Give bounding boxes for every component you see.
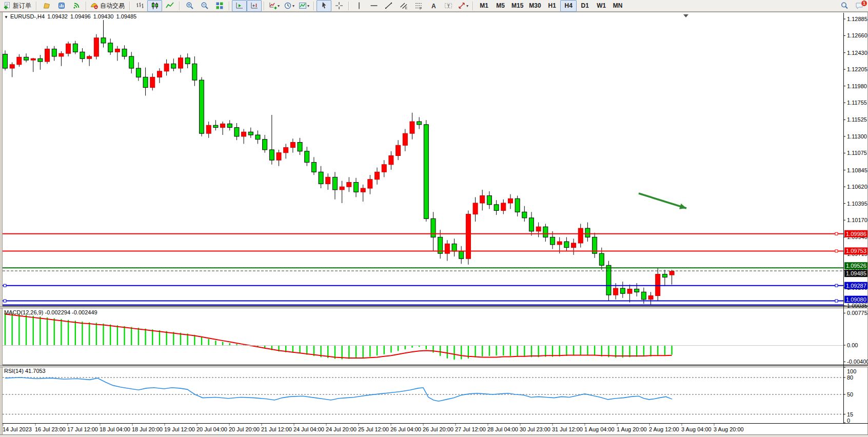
- tile-windows-button[interactable]: [212, 0, 227, 12]
- price-line-label[interactable]: 1.09485: [844, 270, 867, 277]
- svg-text:1.10620: 1.10620: [847, 184, 867, 190]
- market-depth-button[interactable]: [54, 0, 69, 12]
- channel-icon: E: [400, 2, 408, 10]
- svg-text:1.09287: 1.09287: [846, 283, 866, 289]
- price-line-label[interactable]: 1.09080: [844, 296, 867, 303]
- new-order-button[interactable]: 新订单: [2, 0, 34, 12]
- candlesticks: [3, 20, 675, 305]
- macd-indicator-label: MACD(12,26,9) -0.002294 -0.002449: [4, 309, 97, 315]
- svg-text:1.12885: 1.12885: [847, 16, 867, 22]
- date-label: 1 Aug 04:00: [584, 426, 615, 432]
- crosshair-button[interactable]: [331, 0, 346, 12]
- chart-shift-marker-icon[interactable]: [683, 14, 688, 17]
- vertical-line-button[interactable]: [351, 0, 366, 12]
- indicators-button[interactable]: ▾: [267, 0, 282, 12]
- toolbar-separator: [313, 2, 314, 10]
- svg-text:1.09035: 1.09035: [847, 303, 867, 309]
- date-label: 28 Jul 04:00: [487, 426, 518, 432]
- timeframe-w1-label: W1: [597, 2, 606, 9]
- date-label: 27 Jul 12:00: [455, 426, 486, 432]
- label-icon: T: [444, 2, 452, 10]
- candlestick-chart-button[interactable]: [147, 0, 162, 12]
- auto-trading-button-label: 自动交易: [100, 2, 125, 10]
- svg-text:1.12430: 1.12430: [847, 50, 867, 56]
- arrows-button[interactable]: ▾: [456, 0, 470, 12]
- trendline-button[interactable]: [381, 0, 396, 12]
- auto-trading-button[interactable]: 自动交易: [89, 0, 127, 12]
- svg-text:0.00: 0.00: [847, 342, 858, 348]
- horizontal-lines[interactable]: 1.099861.097531.095261.094851.092871.090…: [3, 230, 867, 305]
- svg-text:50: 50: [847, 391, 853, 398]
- price-line-label[interactable]: 1.09986: [844, 230, 867, 237]
- date-label: 20 Jul 20:00: [229, 426, 260, 432]
- timeframe-mn-label: MN: [613, 2, 623, 9]
- svg-text:80: 80: [847, 374, 853, 381]
- templates-button[interactable]: ▾: [297, 0, 311, 12]
- svg-text:1.09485: 1.09485: [846, 270, 866, 276]
- timeframe-m5[interactable]: M5: [492, 0, 508, 12]
- tiles-icon: [215, 2, 224, 10]
- yellow-chart-icon: [43, 2, 51, 10]
- timeframe-d1[interactable]: D1: [577, 0, 593, 12]
- svg-text:A: A: [431, 3, 436, 10]
- toolbar-separator: [36, 2, 37, 10]
- date-label: 26 Jul 04:00: [390, 426, 421, 432]
- text-icon: A: [429, 2, 438, 10]
- macd-signal-line: [5, 314, 672, 358]
- timeframe-h1[interactable]: H1: [544, 0, 560, 12]
- channel-button[interactable]: E: [396, 0, 411, 12]
- notification-badge: 1: [861, 0, 867, 7]
- svg-text:1.10395: 1.10395: [847, 201, 867, 207]
- timeframe-h4-label: H4: [565, 2, 573, 9]
- timeframe-m1[interactable]: M1: [476, 0, 492, 12]
- toolbar-separator: [229, 2, 230, 10]
- svg-text:1.12205: 1.12205: [847, 66, 867, 72]
- price-line-label[interactable]: 1.09753: [844, 247, 867, 254]
- timeframe-m15-label: M15: [511, 2, 523, 9]
- svg-text:15: 15: [847, 411, 853, 418]
- svg-text:0: 0: [847, 418, 850, 424]
- timeframe-mn[interactable]: MN: [609, 0, 626, 12]
- svg-text:F: F: [420, 7, 422, 10]
- cursor-icon: [320, 2, 328, 10]
- timeframe-m30[interactable]: M30: [526, 0, 543, 12]
- bar-chart-button[interactable]: [132, 0, 147, 12]
- timeframe-m15[interactable]: M15: [508, 0, 526, 12]
- line-chart-button[interactable]: [162, 0, 177, 12]
- chart-window[interactable]: 1.128851.126601.124301.122051.119801.117…: [0, 12, 868, 436]
- price-line-label[interactable]: 1.09526: [844, 262, 867, 269]
- cursor-button[interactable]: [317, 0, 331, 12]
- svg-text:-0.004007: -0.004007: [847, 359, 868, 365]
- macd-signal-value: -0.002449: [72, 309, 97, 315]
- chat-button[interactable]: 1: [852, 0, 866, 12]
- timeframe-group: M1M5M15M30H1H4D1W1MN: [476, 0, 626, 12]
- signals-button[interactable]: [69, 0, 84, 12]
- periods-button[interactable]: ▾: [282, 0, 297, 12]
- price-line-label[interactable]: 1.09287: [844, 282, 867, 289]
- search-button[interactable]: [837, 0, 852, 12]
- trend-arrow[interactable]: [639, 193, 686, 208]
- zoom-out-button[interactable]: [197, 0, 212, 12]
- toolbar-separator: [129, 2, 130, 10]
- toolbar-separator: [348, 2, 349, 10]
- date-label: 18 Jul 04:00: [100, 426, 130, 432]
- horizontal-line-button[interactable]: [366, 0, 381, 12]
- collapse-chart-icon[interactable]: ▼: [4, 15, 8, 19]
- price-chart-svg[interactable]: 1.128851.126601.124301.122051.119801.117…: [0, 12, 868, 436]
- auto-scroll-button[interactable]: [232, 0, 247, 12]
- timeframe-w1[interactable]: W1: [593, 0, 609, 12]
- date-label: 30 Jul 23:00: [520, 426, 550, 432]
- indicator-plots: [3, 313, 843, 414]
- chart-shift-button[interactable]: [247, 0, 262, 12]
- zoom-in-button[interactable]: [182, 0, 197, 12]
- label-button[interactable]: T: [441, 0, 456, 12]
- rsi-value: 41.7053: [25, 368, 46, 374]
- timeframe-h4[interactable]: H4: [560, 0, 577, 12]
- ohlc-values: 1.094321.094961.094301.09485: [45, 13, 136, 19]
- annotations[interactable]: [639, 14, 688, 209]
- chart-profile-button[interactable]: [39, 0, 54, 12]
- fibonacci-button[interactable]: F: [411, 0, 426, 12]
- text-button[interactable]: A: [426, 0, 441, 12]
- toolbar-separator: [179, 2, 180, 10]
- date-label: 2 Aug 12:00: [649, 426, 679, 432]
